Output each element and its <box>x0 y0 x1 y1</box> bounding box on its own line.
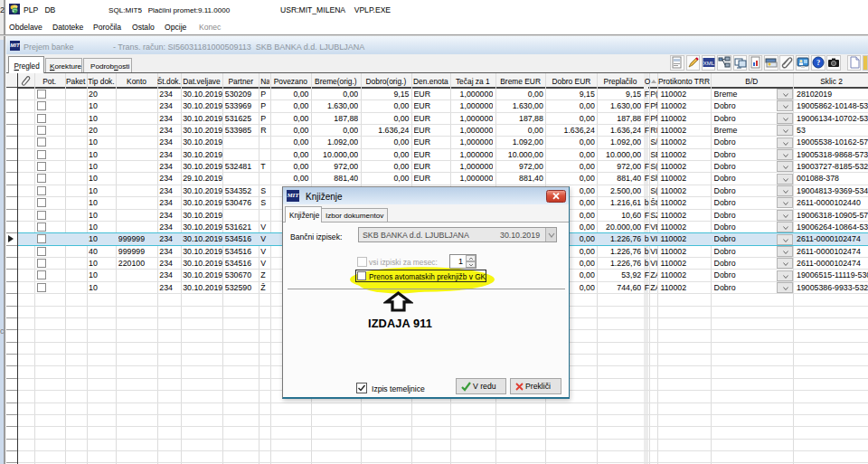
svg-text:XML: XML <box>703 61 715 66</box>
svg-text:?: ? <box>816 58 820 67</box>
